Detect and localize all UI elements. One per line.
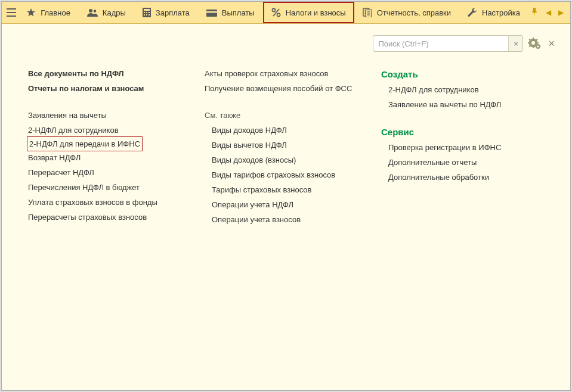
link-fss-reimbursement[interactable]: Получение возмещения пособий от ФСС [205,81,352,96]
svg-rect-12 [146,14,147,15]
star-icon [26,8,36,17]
tab-label: Выплаты [222,8,255,17]
calculator-icon [143,8,151,17]
column-right: Создать 2-НДФЛ для сотрудников Заявление… [381,66,536,185]
pin-icon[interactable] [528,8,540,18]
service-additional-reports[interactable]: Дополнительные отчеты [388,155,477,170]
tab-payments[interactable]: Выплаты [198,2,263,23]
tab-personnel[interactable]: Кадры [79,2,134,23]
settings-gear-icon[interactable] [528,38,541,49]
svg-rect-11 [144,14,145,15]
tab-main[interactable]: Главное [18,2,79,23]
tab-reports[interactable]: Отчетность, справки [354,2,459,23]
wrench-icon [468,8,477,17]
svg-rect-30 [533,46,534,48]
column-middle: Акты проверок страховых взносов Получени… [205,66,366,227]
service-ifns-registration-check[interactable]: Проверка регистрации в ИФНС [388,140,501,155]
link-ndfl-operations[interactable]: Операции учета НДФЛ [212,197,293,212]
search-input[interactable] [373,36,508,51]
svg-rect-32 [537,42,539,43]
service-additional-processings[interactable]: Дополнительные обработки [388,170,489,185]
tab-label: Кадры [103,8,126,17]
svg-marker-3 [27,8,35,17]
tab-label: Настройка [482,8,520,17]
close-panel-button[interactable]: × [546,38,557,49]
column-left: Все документы по НДФЛ Отчеты по налогам … [28,66,189,225]
svg-point-38 [537,45,539,47]
svg-rect-9 [146,12,147,13]
link-income-types-ndfl[interactable]: Виды доходов НДФЛ [212,123,287,138]
link-contrib-operations[interactable]: Операции учета взносов [212,212,301,227]
tab-salary[interactable]: Зарплата [134,2,198,23]
svg-point-4 [89,9,92,13]
link-2ndfl-ifns[interactable]: 2-НДФЛ для передачи в ИФНС [28,138,141,150]
scroll-left-icon[interactable]: ◀ [544,8,553,17]
link-deduction-applications[interactable]: Заявления на вычеты [28,108,107,123]
scroll-right-icon[interactable]: ▶ [556,8,565,17]
link-income-types-contrib[interactable]: Виды доходов (взносы) [212,153,296,167]
search-box: × [373,35,523,52]
tab-label: Отчетность, справки [377,8,451,17]
link-deduction-types-ndfl[interactable]: Виды вычетов НДФЛ [212,138,287,153]
svg-rect-29 [533,38,534,39]
tab-label: Налоги и взносы [286,8,346,17]
content-panel: × × [2,24,570,390]
top-toolbar: Главное Кадры Зарплата Выплаты Налоги и [2,2,570,24]
link-tariff-types-contrib[interactable]: Виды тарифов страховых взносов [212,167,335,182]
tab-settings[interactable]: Настройка [459,2,528,23]
svg-rect-31 [528,42,530,43]
svg-rect-10 [149,12,150,13]
heading-tax-reports[interactable]: Отчеты по налогам и взносам [28,81,189,96]
link-insurance-audit-acts[interactable]: Акты проверок страховых взносов [205,66,328,81]
svg-line-18 [273,9,279,16]
heading-all-ndfl-docs[interactable]: Все документы по НДФЛ [28,66,189,81]
wallet-icon [206,8,217,17]
heading-see-also: См. также [205,108,240,123]
percent-icon [271,8,281,17]
link-2ndfl-employees[interactable]: 2-НДФЛ для сотрудников [28,123,119,138]
svg-rect-8 [144,12,145,13]
menu-icon[interactable] [4,2,18,23]
svg-rect-13 [149,14,150,15]
svg-rect-15 [206,11,217,13]
svg-point-16 [272,8,275,11]
people-icon [87,8,98,17]
svg-rect-7 [144,9,150,11]
tab-label: Зарплата [156,8,190,17]
create-2ndfl-employees[interactable]: 2-НДФЛ для сотрудников [388,82,479,97]
link-tariffs-contrib[interactable]: Тарифы страховых взносов [212,182,312,197]
svg-point-17 [277,13,280,16]
svg-rect-14 [206,10,217,17]
link-ndfl-budget-transfers[interactable]: Перечисления НДФЛ в бюджет [28,180,140,195]
heading-create: Создать [381,66,536,82]
document-icon [363,8,372,17]
svg-point-5 [94,10,97,13]
create-deduction-application[interactable]: Заявление на вычеты по НДФЛ [388,97,501,112]
link-insurance-recalc[interactable]: Перерасчеты страховых взносов [28,210,147,225]
svg-point-28 [531,41,535,45]
search-clear-button[interactable]: × [508,36,522,51]
link-insurance-payments-funds[interactable]: Уплата страховых взносов в фонды [28,195,157,210]
heading-service: Сервис [381,124,536,140]
link-ndfl-recalc[interactable]: Перерасчет НДФЛ [28,165,94,180]
tab-taxes[interactable]: Налоги и взносы [263,2,354,23]
tab-label: Главное [41,8,70,17]
link-ndfl-refund[interactable]: Возврат НДФЛ [28,150,81,165]
